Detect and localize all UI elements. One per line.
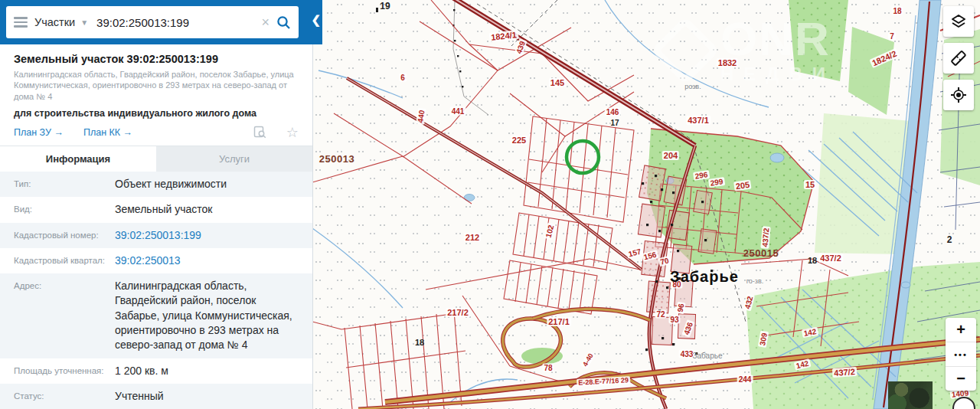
info-row-status: Статус: Учтенный bbox=[0, 384, 312, 409]
cadastral-number-link[interactable]: 39:02:250013:199 bbox=[115, 228, 201, 243]
info-value: 1 200 кв. м bbox=[115, 364, 168, 378]
search-icon[interactable] bbox=[276, 15, 291, 30]
ruler-button[interactable] bbox=[943, 43, 974, 74]
parcel-address-summary: Калининградская область, Гвардейский рай… bbox=[0, 65, 312, 102]
info-value: Объект недвижимости bbox=[115, 177, 227, 191]
minimap[interactable] bbox=[888, 381, 933, 409]
zoom-controls: + ••• − bbox=[946, 318, 976, 391]
tab-services[interactable]: Услуги bbox=[156, 146, 312, 172]
layers-icon bbox=[949, 12, 968, 31]
plan-zu-link[interactable]: План ЗУ → bbox=[14, 127, 64, 138]
info-label: Кадастровый номер: bbox=[14, 228, 115, 240]
cadastral-quarter-link[interactable]: 39:02:250013 bbox=[115, 254, 181, 268]
ruler-icon bbox=[949, 49, 968, 67]
map-viewport[interactable]: ONR НЕДВИ 1961824/1439145146171832187182… bbox=[312, 0, 980, 409]
preview-icon[interactable] bbox=[253, 126, 266, 139]
info-label: Статус: bbox=[14, 389, 115, 401]
parcel-purpose: для строительства индивидуального жилого… bbox=[0, 102, 312, 119]
app-window: ONR НЕДВИ 1961824/1439145146171832187182… bbox=[0, 0, 980, 409]
collapse-panel-button[interactable]: ❮ bbox=[311, 13, 321, 27]
layers-button[interactable] bbox=[943, 6, 974, 37]
plan-kk-link[interactable]: План КК → bbox=[83, 127, 132, 138]
info-row-cadastral-quarter: Кадастровый квартал: 39:02:250013 bbox=[0, 248, 312, 273]
zoom-out-button[interactable]: − bbox=[946, 366, 976, 391]
locate-button[interactable] bbox=[943, 80, 974, 110]
zoom-in-button[interactable]: + bbox=[946, 318, 976, 342]
more-tools-button[interactable]: ••• bbox=[946, 342, 976, 366]
info-row-type: Тип: Объект недвижимости bbox=[0, 172, 312, 197]
favorite-star-icon[interactable]: ☆ bbox=[286, 126, 299, 139]
info-row-kind: Вид: Земельный участок bbox=[0, 197, 312, 222]
info-row-address: Адрес: Калининградская область, Гвардейс… bbox=[0, 273, 312, 358]
info-value: Учтенный bbox=[115, 389, 164, 404]
tab-information[interactable]: Информация bbox=[0, 146, 156, 172]
info-label: Кадастровый квартал: bbox=[14, 254, 115, 265]
info-value: Калининградская область, Гвардейский рай… bbox=[115, 279, 299, 353]
search-input[interactable] bbox=[95, 15, 254, 30]
info-row-cadastral-number: Кадастровый номер: 39:02:250013:199 bbox=[0, 223, 312, 248]
info-value: Земельный участок bbox=[115, 202, 212, 217]
chevron-down-icon[interactable]: ▼ bbox=[80, 18, 88, 27]
info-label: Площадь уточненная: bbox=[14, 364, 115, 375]
info-panel: Земельный участок 39:02:250013:199 Калин… bbox=[0, 0, 313, 409]
info-row-area: Площадь уточненная: 1 200 кв. м bbox=[0, 358, 312, 384]
info-label: Адрес: bbox=[14, 279, 115, 290]
crosshair-icon bbox=[949, 86, 968, 104]
menu-icon[interactable] bbox=[14, 17, 28, 28]
clear-icon[interactable]: × bbox=[261, 15, 270, 29]
info-label: Тип: bbox=[14, 177, 115, 188]
search-header: Участки ▼ × ❮ bbox=[0, 0, 322, 44]
tab-bar: Информация Услуги bbox=[0, 146, 312, 172]
page-title: Земельный участок 39:02:250013:199 bbox=[0, 53, 312, 65]
info-label: Вид: bbox=[14, 202, 115, 214]
map-canvas[interactable] bbox=[312, 0, 980, 409]
search-category-dropdown[interactable]: Участки bbox=[34, 16, 75, 28]
search-bar: Участки ▼ × bbox=[6, 6, 299, 38]
